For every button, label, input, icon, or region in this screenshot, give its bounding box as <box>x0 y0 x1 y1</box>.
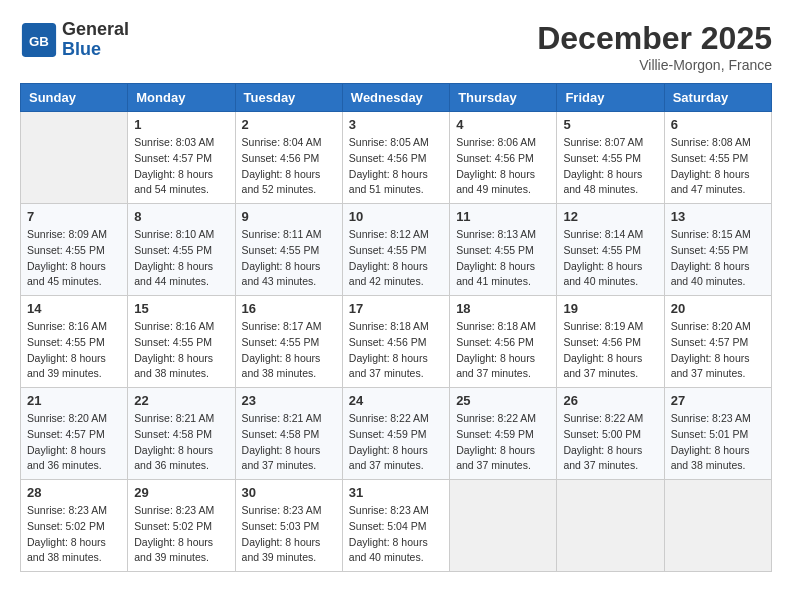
day-number: 15 <box>134 301 228 316</box>
day-number: 3 <box>349 117 443 132</box>
svg-text:GB: GB <box>29 33 49 48</box>
day-info: Sunrise: 8:23 AMSunset: 5:02 PMDaylight:… <box>27 503 121 566</box>
day-info: Sunrise: 8:22 AMSunset: 5:00 PMDaylight:… <box>563 411 657 474</box>
calendar-cell: 19Sunrise: 8:19 AMSunset: 4:56 PMDayligh… <box>557 296 664 388</box>
calendar-cell: 16Sunrise: 8:17 AMSunset: 4:55 PMDayligh… <box>235 296 342 388</box>
day-of-week-header: Tuesday <box>235 84 342 112</box>
calendar-cell: 20Sunrise: 8:20 AMSunset: 4:57 PMDayligh… <box>664 296 771 388</box>
day-info: Sunrise: 8:21 AMSunset: 4:58 PMDaylight:… <box>242 411 336 474</box>
logo-icon: GB <box>20 21 58 59</box>
day-of-week-header: Saturday <box>664 84 771 112</box>
day-number: 22 <box>134 393 228 408</box>
day-info: Sunrise: 8:05 AMSunset: 4:56 PMDaylight:… <box>349 135 443 198</box>
day-number: 1 <box>134 117 228 132</box>
day-number: 20 <box>671 301 765 316</box>
day-info: Sunrise: 8:21 AMSunset: 4:58 PMDaylight:… <box>134 411 228 474</box>
day-info: Sunrise: 8:23 AMSunset: 5:02 PMDaylight:… <box>134 503 228 566</box>
calendar-cell: 25Sunrise: 8:22 AMSunset: 4:59 PMDayligh… <box>450 388 557 480</box>
calendar-header: SundayMondayTuesdayWednesdayThursdayFrid… <box>21 84 772 112</box>
calendar-cell: 4Sunrise: 8:06 AMSunset: 4:56 PMDaylight… <box>450 112 557 204</box>
logo-text: General Blue <box>62 20 129 60</box>
day-number: 13 <box>671 209 765 224</box>
calendar-cell: 7Sunrise: 8:09 AMSunset: 4:55 PMDaylight… <box>21 204 128 296</box>
calendar-week-row: 21Sunrise: 8:20 AMSunset: 4:57 PMDayligh… <box>21 388 772 480</box>
calendar-cell: 24Sunrise: 8:22 AMSunset: 4:59 PMDayligh… <box>342 388 449 480</box>
day-info: Sunrise: 8:20 AMSunset: 4:57 PMDaylight:… <box>671 319 765 382</box>
day-info: Sunrise: 8:14 AMSunset: 4:55 PMDaylight:… <box>563 227 657 290</box>
day-info: Sunrise: 8:20 AMSunset: 4:57 PMDaylight:… <box>27 411 121 474</box>
title-block: December 2025 Villie-Morgon, France <box>537 20 772 73</box>
calendar-table: SundayMondayTuesdayWednesdayThursdayFrid… <box>20 83 772 572</box>
location: Villie-Morgon, France <box>537 57 772 73</box>
day-info: Sunrise: 8:15 AMSunset: 4:55 PMDaylight:… <box>671 227 765 290</box>
day-number: 11 <box>456 209 550 224</box>
day-number: 7 <box>27 209 121 224</box>
calendar-cell <box>664 480 771 572</box>
logo-blue: Blue <box>62 40 129 60</box>
calendar-cell: 21Sunrise: 8:20 AMSunset: 4:57 PMDayligh… <box>21 388 128 480</box>
day-number: 19 <box>563 301 657 316</box>
day-of-week-header: Thursday <box>450 84 557 112</box>
calendar-week-row: 1Sunrise: 8:03 AMSunset: 4:57 PMDaylight… <box>21 112 772 204</box>
calendar-cell: 22Sunrise: 8:21 AMSunset: 4:58 PMDayligh… <box>128 388 235 480</box>
day-number: 17 <box>349 301 443 316</box>
calendar-cell: 1Sunrise: 8:03 AMSunset: 4:57 PMDaylight… <box>128 112 235 204</box>
calendar-cell: 29Sunrise: 8:23 AMSunset: 5:02 PMDayligh… <box>128 480 235 572</box>
day-info: Sunrise: 8:08 AMSunset: 4:55 PMDaylight:… <box>671 135 765 198</box>
day-of-week-header: Friday <box>557 84 664 112</box>
day-info: Sunrise: 8:16 AMSunset: 4:55 PMDaylight:… <box>27 319 121 382</box>
day-info: Sunrise: 8:17 AMSunset: 4:55 PMDaylight:… <box>242 319 336 382</box>
calendar-cell: 8Sunrise: 8:10 AMSunset: 4:55 PMDaylight… <box>128 204 235 296</box>
calendar-cell: 12Sunrise: 8:14 AMSunset: 4:55 PMDayligh… <box>557 204 664 296</box>
day-number: 9 <box>242 209 336 224</box>
day-number: 16 <box>242 301 336 316</box>
calendar-cell: 23Sunrise: 8:21 AMSunset: 4:58 PMDayligh… <box>235 388 342 480</box>
day-of-week-header: Wednesday <box>342 84 449 112</box>
calendar-cell: 28Sunrise: 8:23 AMSunset: 5:02 PMDayligh… <box>21 480 128 572</box>
day-number: 31 <box>349 485 443 500</box>
day-number: 21 <box>27 393 121 408</box>
calendar-cell: 3Sunrise: 8:05 AMSunset: 4:56 PMDaylight… <box>342 112 449 204</box>
day-info: Sunrise: 8:23 AMSunset: 5:01 PMDaylight:… <box>671 411 765 474</box>
calendar-cell: 18Sunrise: 8:18 AMSunset: 4:56 PMDayligh… <box>450 296 557 388</box>
calendar-cell: 6Sunrise: 8:08 AMSunset: 4:55 PMDaylight… <box>664 112 771 204</box>
day-number: 18 <box>456 301 550 316</box>
calendar-cell <box>21 112 128 204</box>
day-number: 2 <box>242 117 336 132</box>
day-number: 4 <box>456 117 550 132</box>
day-number: 5 <box>563 117 657 132</box>
calendar-week-row: 28Sunrise: 8:23 AMSunset: 5:02 PMDayligh… <box>21 480 772 572</box>
day-info: Sunrise: 8:04 AMSunset: 4:56 PMDaylight:… <box>242 135 336 198</box>
calendar-cell: 31Sunrise: 8:23 AMSunset: 5:04 PMDayligh… <box>342 480 449 572</box>
calendar-cell: 2Sunrise: 8:04 AMSunset: 4:56 PMDaylight… <box>235 112 342 204</box>
day-info: Sunrise: 8:03 AMSunset: 4:57 PMDaylight:… <box>134 135 228 198</box>
day-info: Sunrise: 8:10 AMSunset: 4:55 PMDaylight:… <box>134 227 228 290</box>
day-number: 30 <box>242 485 336 500</box>
calendar-cell: 15Sunrise: 8:16 AMSunset: 4:55 PMDayligh… <box>128 296 235 388</box>
calendar-cell: 26Sunrise: 8:22 AMSunset: 5:00 PMDayligh… <box>557 388 664 480</box>
day-info: Sunrise: 8:22 AMSunset: 4:59 PMDaylight:… <box>349 411 443 474</box>
day-info: Sunrise: 8:16 AMSunset: 4:55 PMDaylight:… <box>134 319 228 382</box>
day-number: 23 <box>242 393 336 408</box>
day-info: Sunrise: 8:11 AMSunset: 4:55 PMDaylight:… <box>242 227 336 290</box>
day-info: Sunrise: 8:22 AMSunset: 4:59 PMDaylight:… <box>456 411 550 474</box>
day-of-week-header: Monday <box>128 84 235 112</box>
calendar-body: 1Sunrise: 8:03 AMSunset: 4:57 PMDaylight… <box>21 112 772 572</box>
day-info: Sunrise: 8:07 AMSunset: 4:55 PMDaylight:… <box>563 135 657 198</box>
day-info: Sunrise: 8:19 AMSunset: 4:56 PMDaylight:… <box>563 319 657 382</box>
day-info: Sunrise: 8:06 AMSunset: 4:56 PMDaylight:… <box>456 135 550 198</box>
day-info: Sunrise: 8:18 AMSunset: 4:56 PMDaylight:… <box>349 319 443 382</box>
calendar-cell: 17Sunrise: 8:18 AMSunset: 4:56 PMDayligh… <box>342 296 449 388</box>
calendar-cell: 5Sunrise: 8:07 AMSunset: 4:55 PMDaylight… <box>557 112 664 204</box>
day-number: 12 <box>563 209 657 224</box>
day-number: 24 <box>349 393 443 408</box>
calendar-cell: 13Sunrise: 8:15 AMSunset: 4:55 PMDayligh… <box>664 204 771 296</box>
calendar-cell: 30Sunrise: 8:23 AMSunset: 5:03 PMDayligh… <box>235 480 342 572</box>
calendar-cell: 14Sunrise: 8:16 AMSunset: 4:55 PMDayligh… <box>21 296 128 388</box>
month-title: December 2025 <box>537 20 772 57</box>
day-number: 14 <box>27 301 121 316</box>
day-info: Sunrise: 8:09 AMSunset: 4:55 PMDaylight:… <box>27 227 121 290</box>
calendar-cell: 27Sunrise: 8:23 AMSunset: 5:01 PMDayligh… <box>664 388 771 480</box>
day-number: 26 <box>563 393 657 408</box>
day-info: Sunrise: 8:23 AMSunset: 5:03 PMDaylight:… <box>242 503 336 566</box>
